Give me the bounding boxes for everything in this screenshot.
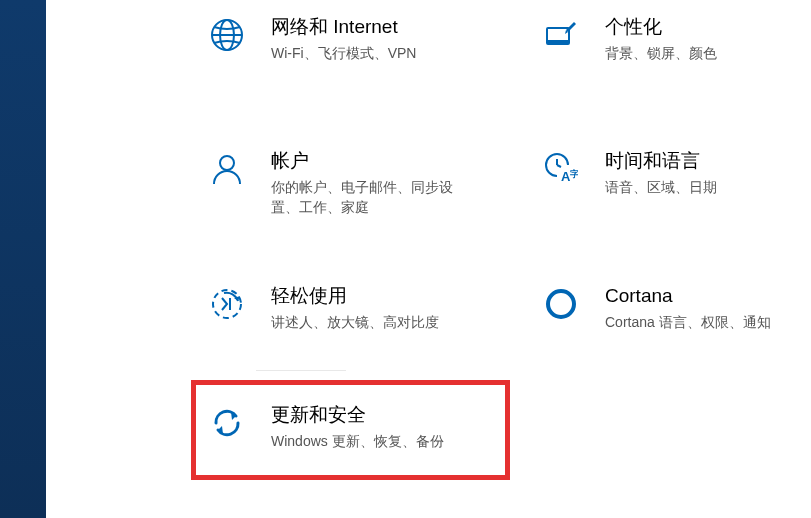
category-text: 个性化 背景、锁屏、颜色 — [605, 16, 717, 63]
category-title: 时间和语言 — [605, 150, 717, 172]
category-time-language[interactable]: A 字 时间和语言 语音、区域、日期 — [542, 148, 802, 219]
category-text: 轻松使用 讲述人、放大镜、高对比度 — [271, 285, 439, 332]
divider — [256, 370, 346, 371]
category-subtitle: 背景、锁屏、颜色 — [605, 43, 717, 63]
settings-row: 更新和安全 Windows 更新、恢复、备份 — [46, 402, 811, 453]
svg-point-12 — [548, 291, 574, 317]
ease-of-access-icon — [208, 285, 246, 323]
category-personalization[interactable]: 个性化 背景、锁屏、颜色 — [542, 14, 802, 65]
category-ease-of-access[interactable]: 轻松使用 讲述人、放大镜、高对比度 — [208, 283, 518, 334]
category-title: Cortana — [605, 285, 771, 307]
category-title: 网络和 Internet — [271, 16, 416, 38]
category-text: Cortana Cortana 语言、权限、通知 — [605, 285, 771, 332]
category-network[interactable]: 网络和 Internet Wi-Fi、飞行模式、VPN — [208, 14, 518, 65]
category-text: 更新和安全 Windows 更新、恢复、备份 — [271, 404, 444, 451]
svg-line-7 — [557, 165, 561, 167]
time-language-icon: A 字 — [542, 150, 580, 188]
category-update-security[interactable]: 更新和安全 Windows 更新、恢复、备份 — [208, 402, 518, 453]
category-subtitle: Wi-Fi、飞行模式、VPN — [271, 43, 416, 63]
category-accounts[interactable]: 帐户 你的帐户、电子邮件、同步设置、工作、家庭 — [208, 148, 518, 219]
category-subtitle: Windows 更新、恢复、备份 — [271, 431, 444, 451]
person-icon — [208, 150, 246, 188]
category-subtitle: 你的帐户、电子邮件、同步设置、工作、家庭 — [271, 177, 476, 217]
category-title: 个性化 — [605, 16, 717, 38]
category-text: 网络和 Internet Wi-Fi、飞行模式、VPN — [271, 16, 416, 63]
svg-text:字: 字 — [570, 169, 578, 179]
category-subtitle: Cortana 语言、权限、通知 — [605, 312, 771, 332]
category-cortana[interactable]: Cortana Cortana 语言、权限、通知 — [542, 283, 802, 334]
globe-icon — [208, 16, 246, 54]
settings-row: 网络和 Internet Wi-Fi、飞行模式、VPN 个性化 背景、锁屏、颜色 — [46, 14, 811, 65]
category-text: 帐户 你的帐户、电子邮件、同步设置、工作、家庭 — [271, 150, 476, 217]
update-sync-icon — [208, 404, 246, 442]
settings-window: 网络和 Internet Wi-Fi、飞行模式、VPN 个性化 背景、锁屏、颜色 — [46, 0, 811, 518]
category-subtitle: 语音、区域、日期 — [605, 177, 717, 197]
category-title: 更新和安全 — [271, 404, 444, 426]
desktop-left-strip — [0, 0, 46, 518]
category-title: 帐户 — [271, 150, 476, 172]
svg-rect-4 — [547, 40, 569, 44]
paintbrush-icon — [542, 16, 580, 54]
settings-row: 帐户 你的帐户、电子邮件、同步设置、工作、家庭 A 字 时间和语言 语音、区域、… — [46, 148, 811, 219]
svg-point-5 — [220, 156, 234, 170]
category-text: 时间和语言 语音、区域、日期 — [605, 150, 717, 197]
cortana-icon — [542, 285, 580, 323]
settings-row: 轻松使用 讲述人、放大镜、高对比度 Cortana Cortana 语言、权限、… — [46, 283, 811, 334]
category-subtitle: 讲述人、放大镜、高对比度 — [271, 312, 439, 332]
category-title: 轻松使用 — [271, 285, 439, 307]
